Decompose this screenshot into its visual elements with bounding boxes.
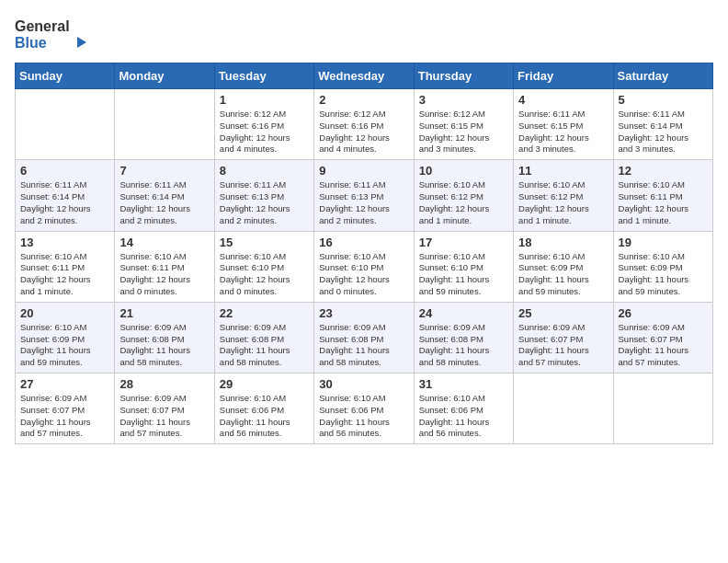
- svg-marker-2: [77, 37, 86, 48]
- day-number: 8: [220, 164, 309, 178]
- logo-svg: GeneralBlue: [15, 15, 88, 55]
- day-number: 15: [220, 236, 309, 249]
- cell-info: Sunrise: 6:11 AM Sunset: 6:14 PM Dayligh…: [20, 179, 109, 226]
- cell-info: Sunrise: 6:09 AM Sunset: 6:08 PM Dayligh…: [319, 322, 408, 369]
- svg-text:General: General: [15, 18, 70, 34]
- calendar-cell: 27Sunrise: 6:09 AM Sunset: 6:07 PM Dayli…: [16, 373, 115, 444]
- calendar-cell: 24Sunrise: 6:09 AM Sunset: 6:08 PM Dayli…: [414, 302, 513, 373]
- day-number: 12: [619, 164, 708, 178]
- weekday-header-thursday: Thursday: [414, 63, 513, 89]
- cell-info: Sunrise: 6:09 AM Sunset: 6:08 PM Dayligh…: [220, 322, 309, 369]
- calendar-cell: 13Sunrise: 6:10 AM Sunset: 6:11 PM Dayli…: [16, 231, 115, 302]
- cell-info: Sunrise: 6:10 AM Sunset: 6:09 PM Dayligh…: [518, 251, 608, 298]
- calendar-cell: 12Sunrise: 6:10 AM Sunset: 6:11 PM Dayli…: [613, 160, 712, 231]
- day-number: 13: [20, 236, 109, 249]
- day-number: 17: [419, 236, 508, 249]
- calendar-week-2: 6Sunrise: 6:11 AM Sunset: 6:14 PM Daylig…: [16, 160, 713, 231]
- cell-info: Sunrise: 6:11 AM Sunset: 6:14 PM Dayligh…: [619, 109, 708, 155]
- cell-info: Sunrise: 6:10 AM Sunset: 6:12 PM Dayligh…: [419, 179, 508, 226]
- cell-info: Sunrise: 6:11 AM Sunset: 6:15 PM Dayligh…: [518, 109, 608, 155]
- weekday-header-tuesday: Tuesday: [214, 63, 313, 89]
- cell-info: Sunrise: 6:12 AM Sunset: 6:15 PM Dayligh…: [419, 109, 508, 155]
- calendar-cell: 7Sunrise: 6:11 AM Sunset: 6:14 PM Daylig…: [115, 160, 214, 231]
- calendar-cell: 14Sunrise: 6:10 AM Sunset: 6:11 PM Dayli…: [115, 231, 214, 302]
- day-number: 23: [319, 306, 408, 320]
- cell-info: Sunrise: 6:11 AM Sunset: 6:13 PM Dayligh…: [319, 179, 408, 226]
- cell-info: Sunrise: 6:10 AM Sunset: 6:09 PM Dayligh…: [619, 251, 708, 298]
- cell-info: Sunrise: 6:10 AM Sunset: 6:12 PM Dayligh…: [518, 179, 608, 226]
- day-number: 11: [518, 164, 608, 178]
- cell-info: Sunrise: 6:09 AM Sunset: 6:07 PM Dayligh…: [119, 393, 209, 440]
- calendar-cell: 29Sunrise: 6:10 AM Sunset: 6:06 PM Dayli…: [214, 373, 313, 444]
- day-number: 16: [319, 236, 408, 249]
- day-number: 28: [119, 377, 209, 391]
- calendar-cell: 8Sunrise: 6:11 AM Sunset: 6:13 PM Daylig…: [214, 160, 313, 231]
- calendar-cell: 3Sunrise: 6:12 AM Sunset: 6:15 PM Daylig…: [414, 89, 513, 160]
- day-number: 31: [419, 377, 508, 391]
- cell-info: Sunrise: 6:09 AM Sunset: 6:07 PM Dayligh…: [619, 322, 708, 369]
- day-number: 18: [518, 236, 608, 249]
- calendar-cell: 17Sunrise: 6:10 AM Sunset: 6:10 PM Dayli…: [414, 231, 513, 302]
- calendar-cell: 5Sunrise: 6:11 AM Sunset: 6:14 PM Daylig…: [613, 89, 712, 160]
- day-number: 27: [20, 377, 109, 391]
- calendar-cell: 18Sunrise: 6:10 AM Sunset: 6:09 PM Dayli…: [514, 231, 613, 302]
- day-number: 21: [119, 306, 209, 320]
- cell-info: Sunrise: 6:09 AM Sunset: 6:07 PM Dayligh…: [20, 393, 109, 440]
- day-number: 4: [518, 93, 608, 107]
- calendar-cell: [514, 373, 613, 444]
- calendar-cell: [613, 373, 712, 444]
- weekday-header-saturday: Saturday: [613, 63, 712, 89]
- calendar-cell: 21Sunrise: 6:09 AM Sunset: 6:08 PM Dayli…: [115, 302, 214, 373]
- calendar-week-3: 13Sunrise: 6:10 AM Sunset: 6:11 PM Dayli…: [16, 231, 713, 302]
- page-header: GeneralBlue: [15, 15, 713, 55]
- day-number: 7: [119, 164, 209, 178]
- calendar-cell: 23Sunrise: 6:09 AM Sunset: 6:08 PM Dayli…: [314, 302, 414, 373]
- day-number: 3: [419, 93, 508, 107]
- cell-info: Sunrise: 6:10 AM Sunset: 6:11 PM Dayligh…: [20, 251, 109, 298]
- day-number: 10: [419, 164, 508, 178]
- calendar-week-1: 1Sunrise: 6:12 AM Sunset: 6:16 PM Daylig…: [16, 89, 713, 160]
- weekday-header-monday: Monday: [115, 63, 214, 89]
- calendar-cell: [16, 89, 115, 160]
- calendar-cell: 1Sunrise: 6:12 AM Sunset: 6:16 PM Daylig…: [214, 89, 313, 160]
- cell-info: Sunrise: 6:10 AM Sunset: 6:10 PM Dayligh…: [419, 251, 508, 298]
- calendar-cell: 20Sunrise: 6:10 AM Sunset: 6:09 PM Dayli…: [16, 302, 115, 373]
- cell-info: Sunrise: 6:10 AM Sunset: 6:10 PM Dayligh…: [319, 251, 408, 298]
- calendar-cell: 2Sunrise: 6:12 AM Sunset: 6:16 PM Daylig…: [314, 89, 414, 160]
- calendar-cell: 26Sunrise: 6:09 AM Sunset: 6:07 PM Dayli…: [613, 302, 712, 373]
- calendar-cell: 9Sunrise: 6:11 AM Sunset: 6:13 PM Daylig…: [314, 160, 414, 231]
- logo: GeneralBlue: [15, 15, 88, 55]
- day-number: 14: [119, 236, 209, 249]
- calendar-cell: 25Sunrise: 6:09 AM Sunset: 6:07 PM Dayli…: [514, 302, 613, 373]
- weekday-header-row: SundayMondayTuesdayWednesdayThursdayFrid…: [16, 63, 713, 89]
- day-number: 24: [419, 306, 508, 320]
- cell-info: Sunrise: 6:11 AM Sunset: 6:14 PM Dayligh…: [119, 179, 209, 226]
- calendar-week-4: 20Sunrise: 6:10 AM Sunset: 6:09 PM Dayli…: [16, 302, 713, 373]
- day-number: 9: [319, 164, 408, 178]
- day-number: 26: [619, 306, 708, 320]
- day-number: 5: [619, 93, 708, 107]
- day-number: 19: [619, 236, 708, 249]
- weekday-header-sunday: Sunday: [16, 63, 115, 89]
- calendar-cell: [115, 89, 214, 160]
- day-number: 22: [220, 306, 309, 320]
- day-number: 2: [319, 93, 408, 107]
- calendar-cell: 30Sunrise: 6:10 AM Sunset: 6:06 PM Dayli…: [314, 373, 414, 444]
- cell-info: Sunrise: 6:10 AM Sunset: 6:06 PM Dayligh…: [319, 393, 408, 440]
- day-number: 6: [20, 164, 109, 178]
- cell-info: Sunrise: 6:12 AM Sunset: 6:16 PM Dayligh…: [319, 109, 408, 155]
- cell-info: Sunrise: 6:09 AM Sunset: 6:07 PM Dayligh…: [518, 322, 608, 369]
- calendar-cell: 15Sunrise: 6:10 AM Sunset: 6:10 PM Dayli…: [214, 231, 313, 302]
- cell-info: Sunrise: 6:09 AM Sunset: 6:08 PM Dayligh…: [419, 322, 508, 369]
- day-number: 1: [220, 93, 309, 107]
- cell-info: Sunrise: 6:10 AM Sunset: 6:06 PM Dayligh…: [220, 393, 309, 440]
- calendar-cell: 31Sunrise: 6:10 AM Sunset: 6:06 PM Dayli…: [414, 373, 513, 444]
- cell-info: Sunrise: 6:11 AM Sunset: 6:13 PM Dayligh…: [220, 179, 309, 226]
- calendar-cell: 6Sunrise: 6:11 AM Sunset: 6:14 PM Daylig…: [16, 160, 115, 231]
- cell-info: Sunrise: 6:10 AM Sunset: 6:06 PM Dayligh…: [419, 393, 508, 440]
- cell-info: Sunrise: 6:10 AM Sunset: 6:11 PM Dayligh…: [619, 179, 708, 226]
- calendar-cell: 19Sunrise: 6:10 AM Sunset: 6:09 PM Dayli…: [613, 231, 712, 302]
- day-number: 30: [319, 377, 408, 391]
- calendar-week-5: 27Sunrise: 6:09 AM Sunset: 6:07 PM Dayli…: [16, 373, 713, 444]
- cell-info: Sunrise: 6:12 AM Sunset: 6:16 PM Dayligh…: [220, 109, 309, 155]
